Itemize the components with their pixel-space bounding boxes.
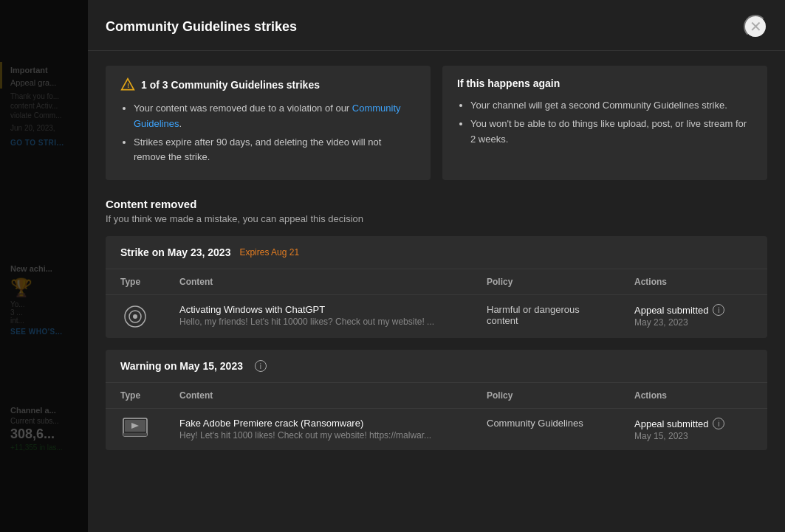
card2-header: If this happens again — [457, 77, 753, 89]
strike-block-1: Strike on May 23, 2023 Expires Aug 21 Ty… — [106, 236, 767, 338]
strike1-row: Activating Windows with ChatGPT Hello, m… — [106, 295, 767, 339]
strike-info-card: ! 1 of 3 Community Guidelines strikes Yo… — [106, 66, 431, 180]
warning-triangle-icon: ! — [120, 77, 135, 92]
strike2-action-text: Appeal submitted — [634, 418, 708, 429]
strike2-actions-cell: Appeal submitted i May 15, 2023 — [620, 409, 767, 451]
strike2-action-date: May 15, 2023 — [634, 431, 753, 441]
strike1-content-desc: Hello, my friends! Let's hit 10000 likes… — [179, 317, 457, 327]
strike1-table: Type Content Policy Actions — [106, 269, 767, 338]
close-icon: ✕ — [750, 18, 762, 35]
if-happens-again-card: If this happens again Your channel will … — [442, 66, 767, 180]
strike2-content-desc: Hey! Let's hit 1000 likes! Check out my … — [179, 430, 457, 441]
col-policy-header-2: Policy — [472, 383, 620, 409]
strike1-info-icon[interactable]: i — [713, 304, 724, 316]
col-actions-header-2: Actions — [620, 383, 767, 409]
svg-rect-6 — [123, 433, 147, 436]
strike2-policy-text: Community Guidelines — [487, 418, 583, 429]
content-removed-desc: If you think we made a mistake, you can … — [106, 213, 767, 224]
strike2-content-title: Fake Adobe Premiere crack (Ransomware) — [179, 418, 457, 429]
modal-header: Community Guidelines strikes ✕ — [88, 0, 785, 51]
live-broadcast-icon — [123, 304, 148, 329]
strike1-actions-cell: Appeal submitted i May 23, 2023 — [620, 295, 767, 339]
close-button[interactable]: ✕ — [744, 15, 767, 38]
strike2-table: Type Content Policy Actions — [106, 383, 767, 450]
card2-list: Your channel will get a second Community… — [457, 98, 753, 147]
strike1-policy-text: Harmful or dangerous content — [487, 304, 580, 326]
col-actions-header: Actions — [620, 269, 767, 295]
strike1-content-cell: Activating Windows with ChatGPT Hello, m… — [165, 295, 472, 339]
strike1-action-date: May 23, 2023 — [634, 317, 753, 328]
modal-title: Community Guidelines strikes — [106, 19, 297, 35]
card1-bullet2: Strikes expire after 90 days, and deleti… — [134, 135, 416, 166]
modal-body: ! 1 of 3 Community Guidelines strikes Yo… — [88, 51, 785, 532]
strike1-type-cell — [106, 295, 165, 339]
strike2-header: Warning on May 15, 2023 i — [106, 350, 767, 383]
strike1-policy-cell: Harmful or dangerous content — [472, 295, 620, 339]
video-thumbnail-icon — [123, 418, 148, 437]
strike1-date: Strike on May 23, 2023 — [120, 246, 230, 258]
col-policy-header: Policy — [472, 269, 620, 295]
card1-bullet1: Your content was removed due to a violat… — [134, 101, 416, 132]
card2-bullet2: You won't be able to do things like uplo… — [470, 117, 753, 148]
strike2-content-cell: Fake Adobe Premiere crack (Ransomware) H… — [165, 409, 472, 451]
modal-dialog: Community Guidelines strikes ✕ ! 1 of 3 … — [88, 0, 785, 532]
info-cards-row: ! 1 of 3 Community Guidelines strikes Yo… — [106, 66, 767, 180]
strike2-info-icon[interactable]: i — [713, 418, 724, 429]
strike1-header: Strike on May 23, 2023 Expires Aug 21 — [106, 236, 767, 269]
strike2-header-info-icon[interactable]: i — [255, 360, 267, 372]
strike2-date: Warning on May 15, 2023 — [120, 360, 243, 372]
col-content-header: Content — [165, 269, 472, 295]
community-guidelines-link[interactable]: Community Guidelines — [134, 103, 401, 129]
strike1-thead-row: Type Content Policy Actions — [106, 269, 767, 295]
col-type-header-2: Type — [106, 383, 165, 409]
card1-header: ! 1 of 3 Community Guidelines strikes — [120, 77, 416, 92]
strike1-action-label: Appeal submitted i — [634, 304, 753, 316]
card1-list: Your content was removed due to a violat… — [120, 101, 416, 165]
card2-title: If this happens again — [457, 77, 560, 89]
card1-title: 1 of 3 Community Guidelines strikes — [141, 79, 320, 91]
strike2-action-label: Appeal submitted i — [634, 418, 753, 429]
strike2-type-cell — [106, 409, 165, 451]
strike-block-2: Warning on May 15, 2023 i Type Content P… — [106, 350, 767, 450]
svg-point-3 — [133, 314, 137, 319]
strike1-content-title: Activating Windows with ChatGPT — [179, 304, 457, 315]
col-content-header-2: Content — [165, 383, 472, 409]
content-removed-title: Content removed — [106, 198, 767, 210]
strike1-action-text: Appeal submitted — [634, 305, 708, 316]
strike2-row: Fake Adobe Premiere crack (Ransomware) H… — [106, 409, 767, 451]
strike2-thead-row: Type Content Policy Actions — [106, 383, 767, 409]
svg-text:!: ! — [127, 82, 129, 89]
col-type-header: Type — [106, 269, 165, 295]
strike2-policy-cell: Community Guidelines — [472, 409, 620, 451]
card2-bullet1: Your channel will get a second Community… — [470, 98, 753, 114]
strike1-expires: Expires Aug 21 — [239, 247, 299, 258]
